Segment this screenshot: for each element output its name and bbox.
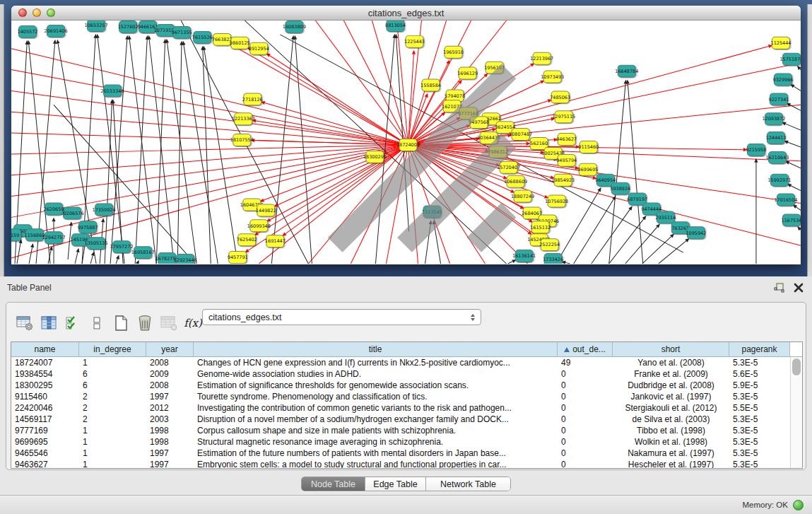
select-columns-button[interactable] [39, 313, 59, 333]
cell-out_de[interactable]: 0 [558, 425, 613, 436]
cell-name[interactable]: 19384554 [11, 368, 79, 380]
cell-in_degree[interactable]: 1 [79, 459, 146, 468]
cell-name[interactable]: 18300295 [11, 380, 79, 391]
cell-pagerank[interactable]: 5.9E-5 [729, 380, 790, 391]
column-header-in_degree[interactable]: in_degree [79, 342, 146, 356]
cell-out_de[interactable]: 0 [558, 391, 613, 402]
cell-in_degree[interactable]: 6 [79, 368, 146, 380]
cell-out_de[interactable]: 0 [558, 402, 613, 414]
cell-pagerank[interactable]: 5.6E-5 [729, 368, 790, 380]
cell-year[interactable]: 2003 [146, 414, 194, 425]
cell-year[interactable]: 2012 [146, 402, 194, 414]
cell-name[interactable]: 18724007 [11, 357, 79, 368]
cell-short[interactable]: Franke et al. (2009) [613, 368, 729, 380]
cell-pagerank[interactable]: 5.3E-5 [729, 448, 790, 459]
cell-short[interactable]: Yano et al. (2008) [613, 357, 729, 368]
cell-in_degree[interactable]: 2 [79, 414, 146, 425]
cell-pagerank[interactable]: 5.3E-5 [729, 459, 790, 468]
table-row[interactable]: 946362711997Embryonic stem cells: a mode… [11, 459, 790, 468]
tab-node-table[interactable]: Node Table [302, 477, 365, 491]
column-header-pagerank[interactable]: pagerank [729, 342, 790, 356]
cell-pagerank[interactable]: 5.3E-5 [729, 414, 790, 425]
cell-in_degree[interactable]: 1 [79, 357, 146, 368]
cell-out_de[interactable]: 49 [558, 357, 613, 368]
cell-in_degree[interactable]: 2 [79, 391, 146, 402]
cell-title[interactable]: Structural magnetic resonance image aver… [194, 436, 558, 448]
table-row[interactable]: 977716911998Corpus callosum shape and si… [11, 425, 790, 436]
cell-in_degree[interactable]: 1 [79, 448, 146, 459]
cell-year[interactable]: 1997 [146, 459, 194, 468]
table-row[interactable]: 1938455462009Genome-wide association stu… [11, 368, 790, 380]
cell-title[interactable]: Investigating the contribution of common… [194, 402, 558, 414]
table-row[interactable]: 1456911722003Disruption of a novel membe… [11, 414, 790, 425]
column-header-out_de[interactable]: out_de... [558, 342, 613, 356]
memory-status-icon[interactable] [793, 500, 804, 510]
cell-out_de[interactable]: 0 [558, 448, 613, 459]
cell-title[interactable]: Embryonic stem cells: a model to study s… [194, 459, 558, 468]
float-panel-icon[interactable] [773, 282, 786, 293]
table-row[interactable]: 946554611997Estimation of the future num… [11, 448, 790, 459]
cell-name[interactable]: 22420046 [11, 402, 79, 414]
new-document-button[interactable] [111, 313, 131, 333]
table-row[interactable]: 969969511998Structural magnetic resonanc… [11, 436, 790, 448]
table-row[interactable]: 1830029562008Estimation of significance … [11, 380, 790, 391]
resize-grip-icon[interactable] [11, 21, 799, 262]
cell-name[interactable]: 9699695 [11, 436, 79, 448]
cell-name[interactable]: 9463627 [11, 459, 79, 468]
cell-short[interactable]: Wolkin et al. (1998) [613, 436, 729, 448]
cell-out_de[interactable]: 0 [558, 414, 613, 425]
cell-title[interactable]: Corpus callosum shape and size in male p… [194, 425, 558, 436]
cell-year[interactable]: 1998 [146, 425, 194, 436]
window-titlebar[interactable]: citations_edges.txt [11, 6, 801, 21]
cell-title[interactable]: Estimation of significance thresholds fo… [194, 380, 558, 391]
cell-in_degree[interactable]: 2 [79, 402, 146, 414]
column-header-name[interactable]: name [11, 342, 79, 356]
table-row[interactable]: 2242004622012Investigating the contribut… [11, 402, 790, 414]
cell-title[interactable]: Tourette syndrome. Phenomenology and cla… [194, 391, 558, 402]
cell-out_de[interactable]: 0 [558, 380, 613, 391]
validate-rows-button[interactable] [63, 313, 83, 333]
tab-network-table[interactable]: Network Table [426, 477, 510, 491]
cell-short[interactable]: Stergiakouli et al. (2012) [613, 402, 729, 414]
column-header-title[interactable]: title [194, 342, 558, 356]
function-builder-button[interactable]: f(x) [183, 313, 203, 333]
cell-in_degree[interactable]: 1 [79, 436, 146, 448]
cell-pagerank[interactable]: 5.3E-5 [729, 425, 790, 436]
cell-pagerank[interactable]: 5.3E-5 [729, 436, 790, 448]
cell-year[interactable]: 2008 [146, 380, 194, 391]
cell-short[interactable]: Jankovic et al. (1997) [613, 391, 729, 402]
cell-title[interactable]: Genome-wide association studies in ADHD. [194, 368, 558, 380]
cell-pagerank[interactable]: 5.5E-5 [729, 402, 790, 414]
column-header-short[interactable]: short [613, 342, 729, 356]
network-canvas[interactable]: 1872400776638229860125891295427181261221… [11, 21, 801, 264]
cell-pagerank[interactable]: 5.3E-5 [729, 391, 790, 402]
table-settings-button[interactable] [15, 313, 35, 333]
cell-year[interactable]: 2008 [146, 357, 194, 368]
tab-edge-table[interactable]: Edge Table [365, 477, 426, 491]
cell-year[interactable]: 1997 [146, 448, 194, 459]
cell-name[interactable]: 14569117 [11, 414, 79, 425]
cell-short[interactable]: Hescheler et al. (1997) [613, 459, 729, 468]
cell-name[interactable]: 9777169 [11, 425, 79, 436]
cell-year[interactable]: 1998 [146, 436, 194, 448]
cell-year[interactable]: 1997 [146, 391, 194, 402]
cell-short[interactable]: Tibbo et al. (1998) [613, 425, 729, 436]
cell-pagerank[interactable]: 5.3E-5 [729, 357, 790, 368]
cell-short[interactable]: de Silva et al. (2003) [613, 414, 729, 425]
cell-name[interactable]: 9465546 [11, 448, 79, 459]
table-row[interactable]: 911546021997Tourette syndrome. Phenomeno… [11, 391, 790, 402]
cell-out_de[interactable]: 0 [558, 436, 613, 448]
cell-title[interactable]: Changes of HCN gene expression and I(f) … [194, 357, 558, 368]
column-header-year[interactable]: year [146, 342, 194, 356]
cell-short[interactable]: Nakamura et al. (1997) [613, 448, 729, 459]
row-height-button[interactable] [87, 313, 107, 333]
cell-title[interactable]: Estimation of the future numbers of pati… [194, 448, 558, 459]
table-source-dropdown[interactable]: citations_edges.txt [202, 309, 481, 325]
cell-year[interactable]: 2009 [146, 368, 194, 380]
cell-title[interactable]: Disruption of a novel member of a sodium… [194, 414, 558, 425]
cell-out_de[interactable]: 0 [558, 459, 613, 468]
scrollbar-thumb[interactable] [792, 358, 801, 375]
cell-in_degree[interactable]: 1 [79, 425, 146, 436]
cell-in_degree[interactable]: 6 [79, 380, 146, 391]
cell-name[interactable]: 9115460 [11, 391, 79, 402]
